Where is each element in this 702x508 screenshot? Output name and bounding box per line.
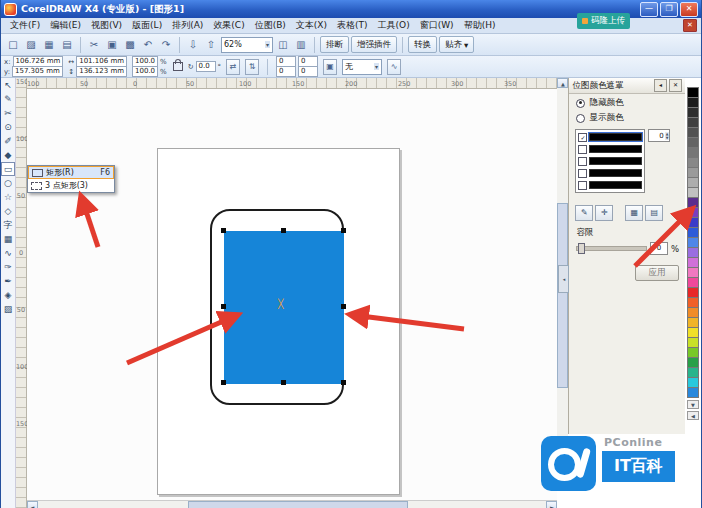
smart-fill-tool[interactable]: ◆ [1,148,15,162]
vertical-scroll-thumb[interactable] [557,203,568,388]
spinner-arrows-icon[interactable]: ▲▼ [665,132,670,140]
horizontal-scrollbar[interactable]: ◄ ► [27,500,557,508]
close-button[interactable]: ✕ [680,2,698,17]
mask-color-row[interactable] [577,131,643,143]
selection-handle-middle-left[interactable] [221,304,226,309]
basic-shapes-tool[interactable]: ◇ [1,204,15,218]
radio-icon[interactable] [576,114,585,123]
edit-color-icon[interactable]: ✛ [595,205,613,221]
ellipse-tool[interactable]: ○ [1,176,15,190]
mask-color-row[interactable] [577,167,643,179]
mask-checkbox[interactable] [578,169,587,178]
mask-color-bar[interactable] [589,145,642,153]
selection-handle-top-left[interactable] [221,228,226,233]
horizontal-scroll-thumb[interactable] [188,501,408,508]
menu-item[interactable]: 文本(X) [291,19,332,32]
pick-tool[interactable]: ↖ [1,78,15,92]
zoom-tool[interactable]: ⊙ [1,120,15,134]
mirror-vertical-button[interactable]: ⇅ [245,59,259,75]
menu-item[interactable]: 版面(L) [127,19,167,32]
menu-item[interactable]: 效果(C) [208,19,249,32]
tolerance-slider-thumb[interactable] [578,243,585,254]
show-colors-option[interactable]: 显示颜色 [569,109,685,124]
snap-to-dropdown[interactable]: 贴齐 ▾ [439,36,474,53]
palette-color-swatch[interactable] [687,387,699,398]
menu-item[interactable]: 工具(O) [373,19,415,32]
selection-handle-top-middle[interactable] [281,228,286,233]
maximize-button[interactable]: ❐ [660,2,678,17]
docker-collapse-icon[interactable]: ◂ [654,79,667,92]
menu-item[interactable]: 排列(A) [167,19,208,32]
cut-icon[interactable]: ✂ [86,37,102,53]
mask-color-row[interactable] [577,143,643,155]
mask-color-bar[interactable] [589,181,642,189]
rotation-angle-field[interactable]: 0.0 [196,61,216,72]
corner-radius-bl-field[interactable]: 0 [276,66,296,77]
welcome-screen-icon[interactable]: ▥ [293,37,309,53]
convert-button[interactable]: 转换 [408,36,437,53]
drawing-canvas[interactable]: ╳ [27,89,557,500]
selection-handle-bottom-left[interactable] [221,380,226,385]
scroll-up-icon[interactable]: ▲ [557,78,568,88]
selection-handle-middle-right[interactable] [341,304,346,309]
interactive-fill-tool[interactable]: ▨ [1,302,15,316]
scroll-left-icon[interactable]: ◄ [27,501,38,508]
object-y-field[interactable]: 157.305 mm [12,66,63,77]
outline-tool[interactable]: ✒ [1,274,15,288]
zoom-level-combo[interactable]: 62% ▾ [221,37,273,53]
copy-icon[interactable]: ▣ [104,37,120,53]
mask-checkbox[interactable] [578,181,587,190]
open-mask-icon[interactable]: ▤ [645,205,663,221]
tolerance-slider[interactable] [576,246,647,251]
palette-expand-icon[interactable]: ◀ [687,411,699,420]
menu-item[interactable]: 位图(B) [250,19,291,32]
plugin-button[interactable]: 增强插件 [351,36,397,53]
crop-tool[interactable]: ✂ [1,106,15,120]
lock-ratio-icon[interactable] [173,62,183,71]
object-height-field[interactable]: 136.123 mm [76,66,127,77]
selection-handle-bottom-right[interactable] [341,380,346,385]
text-wrap-button[interactable]: ▣ [323,59,337,75]
scale-y-field[interactable]: 100.0 [132,66,158,77]
docker-edge-collapse-handle[interactable]: ◂ [558,265,569,293]
menu-item[interactable]: 表格(T) [332,19,373,32]
text-tool[interactable]: 字 [1,218,15,232]
mask-checkbox[interactable] [578,133,587,142]
import-icon[interactable]: ⇩ [185,37,201,53]
table-tool[interactable]: ▦ [1,232,15,246]
mask-color-bar[interactable] [589,133,642,141]
scroll-right-icon[interactable]: ► [546,501,557,508]
new-icon[interactable]: □ [5,37,21,53]
document-close-button[interactable]: ✕ [683,19,697,32]
blend-tool[interactable]: ∿ [1,246,15,260]
apply-button[interactable]: 应用 [635,265,679,281]
convert-to-curves-button[interactable]: ∿ [387,59,401,75]
redo-icon[interactable]: ↷ [158,37,174,53]
menu-item[interactable]: 编辑(E) [45,19,86,32]
menu-item[interactable]: 窗口(W) [415,19,459,32]
horizontal-scroll-track[interactable] [38,501,546,508]
save-mask-icon[interactable]: ▦ [625,205,643,221]
paste-icon[interactable]: ▩ [122,37,138,53]
corner-radius-br-field[interactable]: 0 [298,66,318,77]
export-icon[interactable]: ⇧ [203,37,219,53]
fill-tool[interactable]: ◈ [1,288,15,302]
color-selector-icon[interactable]: ✎ [575,205,593,221]
outline-width-combo[interactable]: 无 ▾ [342,59,382,75]
menu-item[interactable]: 帮助(H) [459,19,501,32]
open-icon[interactable]: ▨ [23,37,39,53]
break-apart-button[interactable]: 排断 [320,36,349,53]
tolerance-value-field[interactable]: 0 [650,242,668,255]
menu-item[interactable]: 文件(F) [5,19,45,32]
freehand-tool[interactable]: ✐ [1,134,15,148]
menu-item[interactable]: 视图(V) [86,19,127,32]
selection-handle-top-right[interactable] [341,228,346,233]
docker-close-icon[interactable]: ✕ [669,79,682,92]
mask-checkbox[interactable] [578,157,587,166]
eyedropper-tool[interactable]: ✑ [1,260,15,274]
flyout-item-3-point-rectangle[interactable]: 3 点矩形(3) [28,179,114,192]
polygon-tool[interactable]: ☆ [1,190,15,204]
save-icon[interactable]: ▦ [41,37,57,53]
hide-colors-option[interactable]: 隐藏颜色 [569,94,685,109]
application-launcher-icon[interactable]: ◫ [275,37,291,53]
